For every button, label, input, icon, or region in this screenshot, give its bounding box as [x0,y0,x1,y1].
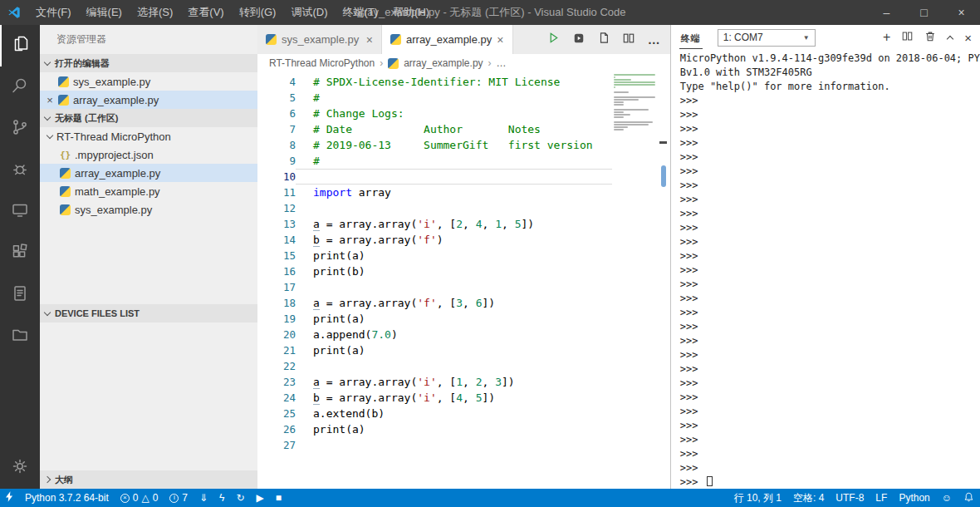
terminal-selector-dropdown[interactable]: 1: COM7 ▼ [718,29,816,47]
scrollbar-thumb[interactable] [661,165,666,187]
tab-terminal[interactable]: 终端 [679,27,703,49]
activity-extensions[interactable] [0,233,40,274]
menu-item[interactable]: 文件(F) [28,0,79,25]
code-text [296,279,670,295]
close-tab-icon[interactable]: × [497,33,503,47]
menu-item[interactable]: 编辑(E) [79,0,130,25]
encoding[interactable]: UTF-8 [830,489,870,507]
language-mode[interactable]: Python [893,489,935,507]
tree-item[interactable]: math_example.py [40,182,257,200]
terminal-prompt-line: >>> [680,377,980,391]
code-line: 5# [257,90,670,106]
tree-item[interactable]: array_example.py [40,164,257,182]
split-editor-button[interactable] [623,32,635,47]
sync-button[interactable]: ↻ [230,489,250,507]
cursor-position[interactable]: 行 10, 列 1 [728,489,787,507]
menu-item[interactable]: 终端(T) [335,0,385,25]
connection-indicator[interactable] [0,489,19,507]
minimap-line [614,121,653,123]
overview-ruler [659,72,670,489]
menu-item[interactable]: 查看(V) [180,0,231,25]
sidebar-title: 资源管理器 [40,25,257,54]
flash-icon: ϟ [219,493,224,503]
menu-item[interactable]: 帮助(H) [385,0,437,25]
close-editor-icon[interactable]: × [44,94,56,106]
terminal-output[interactable]: MicroPython v1.9.4-114-g309fe39d on 2018… [671,50,980,489]
activity-projects[interactable] [0,316,40,357]
code-token: print(a) [313,344,365,357]
line-number: 5 [257,90,296,106]
open-editors-header[interactable]: 打开的编辑器 [40,54,257,72]
breadcrumb-item[interactable]: … [497,57,507,69]
device-files-header[interactable]: DEVICE FILES LIST [40,304,257,322]
maximize-panel-button[interactable] [948,30,953,45]
kill-terminal-button[interactable] [924,30,936,46]
outline-header[interactable]: 大纲 [40,470,257,489]
python-file-icon [388,58,399,69]
minimap-line [614,81,655,83]
activity-search[interactable] [0,66,40,108]
new-terminal-button[interactable]: + [883,30,890,45]
stop-button[interactable]: ■ [270,489,287,507]
feedback-button[interactable]: ☺ [936,489,958,507]
maximize-button[interactable]: □ [905,0,943,25]
workspace-header[interactable]: 无标题 (工作区) [40,109,257,127]
line-number: 4 [257,74,296,90]
notifications-button[interactable] [958,489,980,507]
flash-firmware-button[interactable]: ϟ [213,489,230,507]
minimize-button[interactable]: – [868,0,905,25]
problems-indicator[interactable]: × 0 △ 0 [115,489,164,507]
code-token: , [463,376,476,388]
menu-item[interactable]: 调试(D) [283,0,335,25]
run-button[interactable]: ▶ [251,489,270,507]
python-interpreter[interactable]: Python 3.7.2 64-bit [19,489,115,507]
line-number: 13 [257,216,296,232]
activity-settings[interactable] [0,447,40,489]
breadcrumb-item[interactable]: RT-Thread MicroPython [269,57,375,69]
open-editor-item[interactable]: sys_example.py [40,72,257,91]
open-file-button[interactable] [598,32,610,47]
code-editor[interactable]: 4# SPDX-License-Identifier: MIT License5… [257,72,670,489]
activity-remote-explorer[interactable] [0,191,40,233]
code-text: a.extend(b) [296,406,670,421]
info-indicator[interactable]: i 7 [164,489,194,507]
run-on-device-button[interactable] [573,32,585,47]
editor-tab[interactable]: sys_example.py× [257,25,382,54]
split-terminal-button[interactable] [902,30,913,45]
terminal-line: Type "help()" for more information. [680,80,980,94]
close-panel-button[interactable]: × [964,31,972,45]
more-actions-button[interactable]: … [648,32,660,47]
code-token: a.append( [313,328,371,341]
eol-sequence[interactable]: LF [870,489,893,507]
activity-source-control[interactable] [0,108,40,150]
indentation[interactable]: 空格: 4 [787,489,830,507]
breadcrumb-item[interactable]: array_example.py [404,57,483,69]
close-tab-icon[interactable]: × [366,33,373,47]
json-file-icon: {} [60,150,71,160]
activity-notes[interactable] [0,274,40,316]
menu-item[interactable]: 转到(G) [232,0,284,25]
code-text [296,200,670,216]
code-token: , [502,218,515,230]
menu-item[interactable]: 选择(S) [130,0,180,25]
terminal-header: 终端 1: COM7 ▼ + × [671,25,980,50]
open-editor-item[interactable]: ×array_example.py [40,91,257,109]
run-file-button[interactable] [547,32,560,47]
warning-icon: △ [141,493,149,503]
cursor-position-marker [659,141,667,144]
code-token: ) [437,234,443,246]
editor-tab[interactable]: array_example.py× [382,25,513,54]
activity-bar-spacer [0,357,40,447]
minimap[interactable] [614,74,657,133]
tree-item[interactable]: sys_example.py [40,200,257,219]
tree-item[interactable]: {}.mpyproject.json [40,145,257,164]
py-file-icon [60,204,71,215]
close-button[interactable]: × [943,0,980,25]
code-text [296,169,612,185]
tree-folder[interactable]: RT-Thread MicroPython [40,127,257,145]
explorer-icon [11,34,31,57]
activity-explorer[interactable] [0,25,40,66]
activity-debug[interactable] [0,150,40,191]
stop-icon: ■ [276,493,282,503]
download-to-device-button[interactable]: ⇓ [194,489,213,507]
